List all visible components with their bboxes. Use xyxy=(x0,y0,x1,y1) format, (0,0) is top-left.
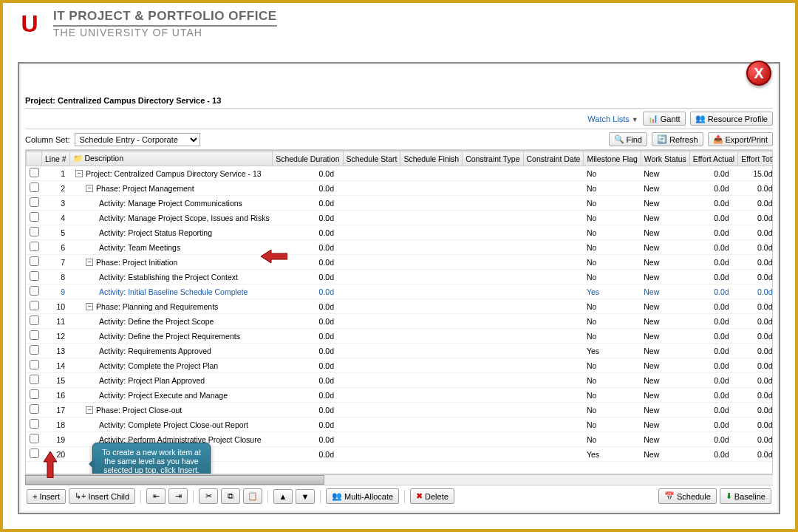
find-button[interactable]: 🔍Find xyxy=(609,132,647,146)
description-cell[interactable]: −Phase: Planning and Requirements xyxy=(69,299,273,314)
duration-cell[interactable]: 0.0d xyxy=(273,166,343,181)
constraint-type-cell[interactable] xyxy=(463,225,523,240)
start-cell[interactable] xyxy=(343,432,400,447)
effort-total-cell[interactable]: 0.0d xyxy=(738,284,773,299)
duration-cell[interactable]: 0.0d xyxy=(273,447,343,462)
constraint-type-cell[interactable] xyxy=(463,417,523,432)
milestone-cell[interactable]: No xyxy=(584,417,641,432)
indent-button[interactable]: ⇥ xyxy=(168,488,188,504)
copy-button[interactable]: ⧉ xyxy=(221,488,240,504)
constraint-date-cell[interactable] xyxy=(523,329,584,344)
work-status-cell[interactable]: New xyxy=(641,417,689,432)
constraint-type-cell[interactable] xyxy=(463,255,523,270)
effort-total-cell[interactable]: 0.0d xyxy=(738,225,773,240)
finish-cell[interactable] xyxy=(400,447,463,462)
effort-total-cell[interactable]: 0.0d xyxy=(738,329,773,344)
start-cell[interactable] xyxy=(343,447,400,462)
work-status-cell[interactable]: New xyxy=(641,373,689,388)
constraint-date-cell[interactable] xyxy=(523,417,584,432)
grid-wrap[interactable]: Line # 📁 Description Schedule Duration S… xyxy=(25,150,773,474)
description-cell[interactable]: Activity: Team Meetings xyxy=(69,240,273,255)
constraint-type-cell[interactable] xyxy=(463,211,523,225)
collapse-icon[interactable]: − xyxy=(86,406,93,414)
finish-cell[interactable] xyxy=(400,314,463,329)
effort-actual-cell[interactable]: 0.0d xyxy=(689,358,737,373)
table-row[interactable]: 1−Project: Centralized Campus Directory … xyxy=(27,166,774,181)
start-cell[interactable] xyxy=(343,373,400,388)
constraint-date-cell[interactable] xyxy=(523,388,584,403)
table-row[interactable]: 10−Phase: Planning and Requirements0.0dN… xyxy=(27,299,774,314)
start-cell[interactable] xyxy=(343,344,400,358)
effort-total-cell[interactable]: 0.0d xyxy=(738,388,773,403)
effort-actual-cell[interactable]: 0.0d xyxy=(689,344,737,358)
effort-total-cell[interactable]: 0.0d xyxy=(738,403,773,417)
work-status-cell[interactable]: New xyxy=(641,196,689,211)
insert-child-button[interactable]: ↳+Insert Child xyxy=(69,488,135,504)
finish-cell[interactable] xyxy=(400,432,463,447)
start-cell[interactable] xyxy=(343,270,400,284)
collapse-icon[interactable]: − xyxy=(86,185,93,192)
constraint-type-cell[interactable] xyxy=(463,432,523,447)
baseline-button[interactable]: ⬇Baseline xyxy=(720,488,771,504)
constraint-type-cell[interactable] xyxy=(463,373,523,388)
row-checkbox[interactable] xyxy=(30,316,39,325)
description-cell[interactable]: Activity: Complete Project Close-out Rep… xyxy=(69,417,273,432)
multi-allocate-button[interactable]: 👥Multi-Allocate xyxy=(326,488,399,504)
work-status-cell[interactable]: New xyxy=(641,447,689,462)
finish-cell[interactable] xyxy=(400,373,463,388)
table-row[interactable]: 3Activity: Manage Project Communications… xyxy=(27,196,774,211)
effort-total-cell[interactable]: 0.0d xyxy=(738,211,773,225)
collapse-icon[interactable]: − xyxy=(86,303,93,310)
milestone-cell[interactable]: No xyxy=(584,299,641,314)
description-cell[interactable]: Activity: Define the Project Requirement… xyxy=(69,329,273,344)
finish-cell[interactable] xyxy=(400,388,463,403)
work-status-cell[interactable]: New xyxy=(641,181,689,196)
gantt-button[interactable]: 📊Gantt xyxy=(643,112,686,126)
effort-total-cell[interactable]: 0.0d xyxy=(738,270,773,284)
constraint-date-cell[interactable] xyxy=(523,314,584,329)
description-cell[interactable]: Activity: Project Plan Approved xyxy=(69,373,273,388)
start-cell[interactable] xyxy=(343,388,400,403)
finish-cell[interactable] xyxy=(400,344,463,358)
start-cell[interactable] xyxy=(343,417,400,432)
milestone-cell[interactable]: Yes xyxy=(584,344,641,358)
description-cell[interactable]: Activity: Project Status Reporting xyxy=(69,225,273,240)
effort-actual-cell[interactable]: 0.0d xyxy=(689,432,737,447)
collapse-icon[interactable]: − xyxy=(86,259,93,266)
finish-cell[interactable] xyxy=(400,403,463,417)
horizontal-scrollbar[interactable] xyxy=(25,474,773,485)
effort-actual-cell[interactable]: 0.0d xyxy=(689,284,737,299)
finish-cell[interactable] xyxy=(400,270,463,284)
finish-cell[interactable] xyxy=(400,255,463,270)
row-checkbox[interactable] xyxy=(30,168,39,177)
work-status-cell[interactable]: New xyxy=(641,284,689,299)
duration-cell[interactable]: 0.0d xyxy=(273,270,343,284)
description-cell[interactable]: −Phase: Project Management xyxy=(69,181,273,196)
col-finish[interactable]: Schedule Finish xyxy=(400,151,463,166)
duration-cell[interactable]: 0.0d xyxy=(273,314,343,329)
start-cell[interactable] xyxy=(343,255,400,270)
move-down-button[interactable]: ▼ xyxy=(296,489,315,504)
duration-cell[interactable]: 0.0d xyxy=(273,181,343,196)
table-row[interactable]: 2−Phase: Project Management0.0dNoNew0.0d… xyxy=(27,181,774,196)
start-cell[interactable] xyxy=(343,166,400,181)
constraint-date-cell[interactable] xyxy=(523,432,584,447)
col-duration[interactable]: Schedule Duration xyxy=(273,151,343,166)
effort-total-cell[interactable]: 0.0d xyxy=(738,255,773,270)
finish-cell[interactable] xyxy=(400,211,463,225)
effort-actual-cell[interactable]: 0.0d xyxy=(689,270,737,284)
effort-actual-cell[interactable]: 0.0d xyxy=(689,240,737,255)
description-cell[interactable]: −Project: Centralized Campus Directory S… xyxy=(69,166,273,181)
start-cell[interactable] xyxy=(343,225,400,240)
duration-cell[interactable]: 0.0d xyxy=(273,211,343,225)
description-cell[interactable]: Activity: Project Execute and Manage xyxy=(69,388,273,403)
outdent-button[interactable]: ⇤ xyxy=(146,488,166,504)
finish-cell[interactable] xyxy=(400,417,463,432)
constraint-type-cell[interactable] xyxy=(463,344,523,358)
effort-total-cell[interactable]: 0.0d xyxy=(738,373,773,388)
row-checkbox[interactable] xyxy=(30,242,39,251)
col-start[interactable]: Schedule Start xyxy=(343,151,400,166)
description-cell[interactable]: Activity: Manage Project Scope, Issues a… xyxy=(69,211,273,225)
duration-cell[interactable]: 0.0d xyxy=(273,299,343,314)
table-row[interactable]: 15Activity: Project Plan Approved0.0dNoN… xyxy=(27,373,774,388)
